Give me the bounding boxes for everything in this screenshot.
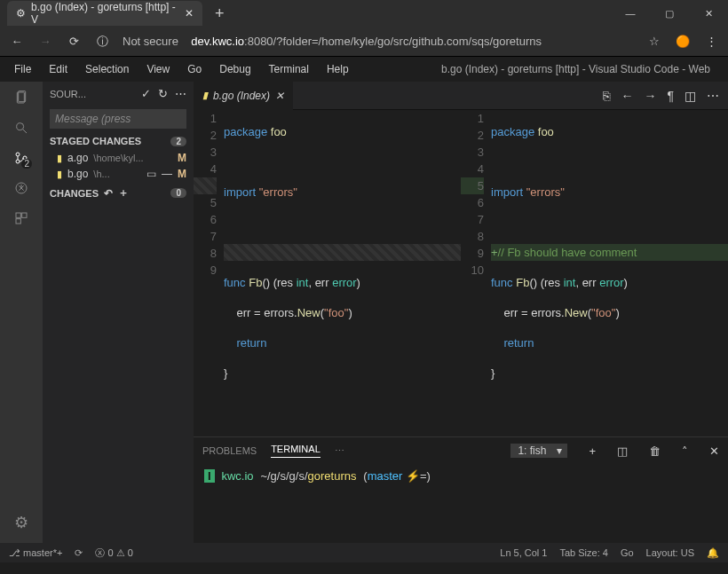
search-icon[interactable] bbox=[14, 121, 28, 135]
window-title: b.go (Index) - goreturns [http] - Visual… bbox=[441, 63, 721, 75]
svg-rect-9 bbox=[22, 213, 27, 217]
staged-file[interactable]: ▮ a.go \home\kyl... M bbox=[43, 150, 194, 166]
gear-icon[interactable]: ⚙ bbox=[14, 513, 28, 532]
editor-tabs: ▮ b.go (Index) ✕ ⎘ ← → ¶ ◫ ⋯ bbox=[194, 82, 728, 110]
go-file-icon: ▮ bbox=[202, 90, 208, 101]
scm-title: SOUR... bbox=[50, 89, 134, 99]
discard-icon[interactable]: ↶ bbox=[104, 187, 113, 200]
site-info-icon[interactable]: ⓘ bbox=[94, 34, 110, 50]
maximize-button[interactable]: ▢ bbox=[650, 0, 689, 27]
explorer-icon[interactable] bbox=[14, 90, 28, 105]
svg-rect-10 bbox=[16, 219, 20, 224]
prompt-badge: I bbox=[204, 469, 215, 483]
new-tab-button[interactable]: + bbox=[215, 4, 225, 23]
commit-icon[interactable]: ✓ bbox=[141, 87, 151, 100]
profile-avatar[interactable]: 🟠 bbox=[675, 35, 691, 48]
activity-bar: 2 ⚙ bbox=[0, 82, 43, 543]
staged-section[interactable]: STAGED CHANGES 2 bbox=[43, 132, 194, 150]
line-numbers: 1 2 3 4 5 6 7 8 9 bbox=[194, 110, 224, 436]
code-right: package foo import "errors" +// Fb shoul… bbox=[491, 110, 728, 436]
unstage-icon[interactable]: — bbox=[162, 168, 172, 180]
bell-icon[interactable]: 🔔 bbox=[707, 547, 719, 559]
bottom-panel: PROBLEMS TERMINAL ⋯ 1: fish + ◫ 🗑 ˄ ✕ I … bbox=[194, 436, 728, 543]
keyboard-layout[interactable]: Layout: US bbox=[646, 547, 694, 559]
status-badge: M bbox=[178, 168, 186, 180]
svg-point-5 bbox=[16, 160, 20, 163]
new-terminal-icon[interactable]: + bbox=[589, 444, 596, 458]
editor-tab[interactable]: ▮ b.go (Index) ✕ bbox=[194, 82, 293, 110]
scm-icon[interactable]: 2 bbox=[14, 151, 28, 165]
menu-help[interactable]: Help bbox=[320, 60, 356, 78]
menu-file[interactable]: File bbox=[7, 60, 38, 78]
back-icon[interactable]: ← bbox=[9, 35, 25, 48]
sync-icon[interactable]: ⟳ bbox=[75, 547, 83, 559]
menu-selection[interactable]: Selection bbox=[78, 60, 136, 78]
window-controls: — ▢ ✕ bbox=[611, 0, 728, 27]
panel-tabs: PROBLEMS TERMINAL ⋯ 1: fish + ◫ 🗑 ˄ ✕ bbox=[194, 437, 728, 464]
omnibox[interactable]: Not secure dev.kwc.io:8080/?folder=/home… bbox=[123, 35, 634, 48]
close-panel-icon[interactable]: ✕ bbox=[709, 444, 719, 458]
browser-tab-title: b.go (Index) - goreturns [http] - V bbox=[31, 1, 179, 26]
branch-indicator[interactable]: ⎇ master*+ bbox=[9, 547, 62, 559]
chevron-up-icon[interactable]: ˄ bbox=[682, 444, 688, 458]
toggle-whitespace-icon[interactable]: ⎘ bbox=[603, 89, 610, 103]
svg-line-3 bbox=[23, 130, 27, 133]
diff-editor[interactable]: 1 2 3 4 5 6 7 8 9 package foo import "er… bbox=[194, 110, 728, 436]
problems-indicator[interactable]: ⓧ 0 ⚠ 0 bbox=[95, 546, 132, 560]
address-bar: ← → ⟳ ⓘ Not secure dev.kwc.io:8080/?fold… bbox=[0, 27, 728, 57]
commit-message-input[interactable]: Message (press bbox=[50, 109, 186, 129]
reload-icon[interactable]: ⟳ bbox=[66, 35, 82, 48]
status-bar: ⎇ master*+ ⟳ ⓧ 0 ⚠ 0 Ln 5, Col 1 Tab Siz… bbox=[0, 543, 728, 562]
extensions-icon[interactable] bbox=[14, 211, 28, 225]
split-editor-icon[interactable]: ◫ bbox=[684, 89, 696, 103]
diff-left-pane: 1 2 3 4 5 6 7 8 9 package foo import "er… bbox=[194, 110, 461, 436]
changes-section[interactable]: CHANGES ↶ ＋ 0 bbox=[43, 182, 194, 204]
tab-size[interactable]: Tab Size: 4 bbox=[559, 547, 607, 559]
favicon: ⚙ bbox=[16, 7, 26, 20]
cursor-position[interactable]: Ln 5, Col 1 bbox=[500, 547, 547, 559]
changes-count: 0 bbox=[170, 188, 186, 198]
browser-tab[interactable]: ⚙ b.go (Index) - goreturns [http] - V ✕ bbox=[7, 1, 202, 26]
menu-bar: File Edit Selection View Go Debug Termin… bbox=[0, 57, 728, 82]
svg-rect-8 bbox=[16, 213, 20, 217]
pilcrow-icon[interactable]: ¶ bbox=[667, 89, 674, 103]
code-left: package foo import "errors" func Fb() (r… bbox=[224, 110, 461, 436]
minimize-button[interactable]: — bbox=[611, 0, 650, 27]
scm-header: SOUR... ✓ ↻ ⋯ bbox=[43, 82, 194, 106]
close-icon[interactable]: ✕ bbox=[275, 90, 284, 102]
scm-sidebar: SOUR... ✓ ↻ ⋯ Message (press STAGED CHAN… bbox=[43, 82, 194, 543]
menu-debug[interactable]: Debug bbox=[212, 60, 257, 78]
bookmark-icon[interactable]: ☆ bbox=[646, 35, 662, 48]
svg-point-2 bbox=[17, 123, 24, 130]
editor-group: ▮ b.go (Index) ✕ ⎘ ← → ¶ ◫ ⋯ 1 2 3 4 bbox=[194, 82, 728, 543]
stage-all-icon[interactable]: ＋ bbox=[118, 185, 129, 201]
tab-terminal[interactable]: TERMINAL bbox=[271, 444, 320, 458]
menu-terminal[interactable]: Terminal bbox=[262, 60, 316, 78]
menu-icon[interactable]: ⋮ bbox=[703, 35, 719, 48]
more-icon[interactable]: ⋯ bbox=[707, 89, 719, 103]
more-icon[interactable]: ⋯ bbox=[175, 87, 186, 100]
svg-point-4 bbox=[16, 153, 20, 156]
language-mode[interactable]: Go bbox=[621, 547, 634, 559]
forward-icon[interactable]: → bbox=[37, 35, 53, 48]
refresh-icon[interactable]: ↻ bbox=[158, 87, 168, 100]
kill-terminal-icon[interactable]: 🗑 bbox=[649, 444, 661, 458]
go-file-icon: ▮ bbox=[57, 169, 62, 180]
terminal-content[interactable]: I kwc.io ~/g/s/g/s/goreturns (master ⚡=) bbox=[194, 464, 728, 488]
menu-view[interactable]: View bbox=[139, 60, 177, 78]
more-icon[interactable]: ⋯ bbox=[335, 445, 344, 457]
terminal-select[interactable]: 1: fish bbox=[510, 444, 567, 458]
staged-file[interactable]: ▮ b.go \h... ▭ — M bbox=[43, 166, 194, 182]
tab-problems[interactable]: PROBLEMS bbox=[202, 445, 257, 456]
open-file-icon[interactable]: ▭ bbox=[146, 168, 156, 180]
split-terminal-icon[interactable]: ◫ bbox=[617, 444, 628, 458]
menu-edit[interactable]: Edit bbox=[42, 60, 75, 78]
debug-icon[interactable] bbox=[14, 181, 28, 195]
menu-go[interactable]: Go bbox=[180, 60, 209, 78]
prev-change-icon[interactable]: ← bbox=[621, 89, 633, 103]
scm-badge: 2 bbox=[21, 159, 32, 169]
staged-count: 2 bbox=[170, 137, 186, 146]
next-change-icon[interactable]: → bbox=[644, 89, 656, 103]
close-icon[interactable]: ✕ bbox=[185, 7, 194, 20]
close-window-button[interactable]: ✕ bbox=[689, 0, 728, 27]
